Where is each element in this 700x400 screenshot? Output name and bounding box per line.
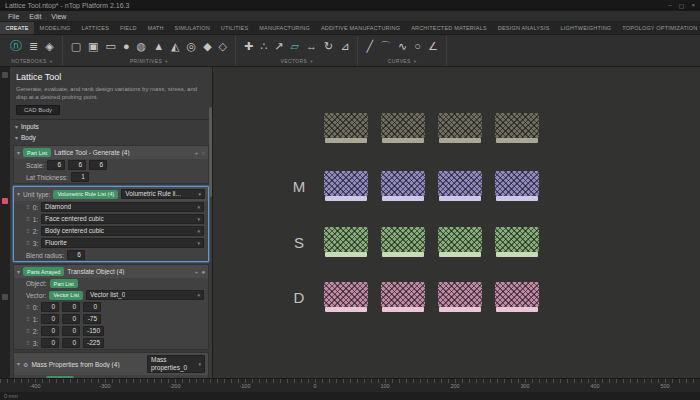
lattice-part[interactable] [495,113,539,143]
unit-type-name-dropdown[interactable]: Volumetric Rule li... ▾ [121,189,205,199]
block-parts-arrayed-header[interactable]: ▾ Parts Arrayed Translate Object (4) + ● [14,265,208,278]
diamond-solid-icon[interactable]: ◆ [203,41,211,52]
menu-edit[interactable]: Edit [24,13,46,20]
vector-list-chip[interactable]: Vector List [49,291,83,300]
lattice-part[interactable] [324,113,368,143]
notebooks-group-label[interactable]: NOTEBOOKS ▾ [10,58,54,65]
lattice-part[interactable] [438,113,482,143]
slab-icon[interactable]: ▭ [106,41,116,52]
tab-utilities[interactable]: UTILITIES [215,22,253,34]
vector-y-input[interactable]: 0 [62,314,80,324]
lattice-part[interactable] [495,171,539,201]
rounded-box-icon[interactable]: ▣ [88,41,98,52]
collapse-caret-icon[interactable]: ▾ [17,191,20,197]
tab-architected-materials[interactable]: ARCHITECTED MATERIALS [406,22,493,34]
volumetric-rule-list-chip[interactable]: Volumetric Rule List (4) [53,190,118,199]
vector-y-input[interactable]: 0 [62,326,80,336]
vector-z-input[interactable]: -225 [83,338,104,348]
menu-file[interactable]: File [3,13,24,20]
scale-icon[interactable]: ↔ [306,41,317,52]
tab-simulation[interactable]: SIMULATION [169,22,215,34]
lattice-part[interactable] [324,227,368,257]
collapse-caret-icon[interactable]: ▾ [17,361,20,367]
drag-handle-icon[interactable]: ⠿ [26,229,30,234]
notebooks-list-icon[interactable]: ≣ [29,41,38,52]
lattice-part[interactable] [381,113,425,143]
lattice-part[interactable] [324,171,368,201]
sphere-icon[interactable]: ● [123,41,130,52]
strip-alert-icon[interactable] [2,198,8,204]
tab-topology-optimization[interactable]: TOPOLOGY OPTIMIZATION [617,22,700,34]
maximize-button[interactable]: ▢ [679,2,685,9]
tab-lattices[interactable]: LATTICES [76,22,114,34]
move-icon[interactable]: ✚ [244,41,253,52]
axis-triad-icon[interactable]: ⊿ [340,41,349,52]
drag-handle-icon[interactable]: ⠿ [26,305,30,310]
drag-handle-icon[interactable]: ⠿ [26,329,30,334]
visibility-toggle-icon[interactable]: ● [201,269,205,275]
tab-design-analysis[interactable]: DESIGN ANALYSIS [492,22,555,34]
lattice-part[interactable] [381,282,425,312]
drag-handle-icon[interactable]: ⠿ [26,205,30,210]
close-button[interactable]: × [691,2,695,9]
circle-icon[interactable]: ○ [414,41,421,52]
lattice-part[interactable] [438,171,482,201]
lattice-part[interactable] [495,227,539,257]
lattice-part[interactable] [324,282,368,312]
viewport-3d[interactable]: M S D [213,67,700,378]
vector-z-input[interactable]: 0 [83,302,101,312]
block-part-list-header[interactable]: ▾ Part List Lattice Tool - Generate (4) … [14,146,208,159]
tab-create[interactable]: CREATE [0,22,34,34]
vector-z-input[interactable]: -75 [83,314,101,324]
polyline-icon[interactable]: ∠ [428,41,438,52]
spline-icon[interactable]: ∿ [398,41,407,52]
blend-radius-input[interactable]: 6 [67,250,85,260]
minimize-button[interactable]: – [668,2,671,9]
menu-view[interactable]: View [46,13,71,20]
block-mass-properties-header[interactable]: ▾ ⚙ Mass Properties from Body (4) Mass p… [14,353,208,375]
drag-handle-icon[interactable]: ⠿ [26,217,30,222]
vector-name-dropdown[interactable]: Vector list_0 ▾ [86,290,204,300]
arc-icon[interactable]: ⌒ [380,41,391,52]
scale-z-input[interactable]: 6 [89,160,107,170]
add-icon[interactable]: + [195,150,199,156]
panel-scrollbar[interactable] [209,107,212,197]
lattice-part[interactable] [495,282,539,312]
curves-group-label[interactable]: CURVES ▾ [366,58,437,65]
block-unit-type-header[interactable]: ▾ Unit type: Volumetric Rule List (4) Vo… [14,187,208,201]
tab-lightweighting[interactable]: LIGHTWEIGHTING [555,22,617,34]
thickness-input[interactable]: 1 [71,172,89,182]
vector-z-input[interactable]: -150 [83,326,104,336]
tab-additive-manufacturing[interactable]: ADDITIVE MANUFACTURING [315,22,405,34]
scale-x-input[interactable]: 6 [47,160,65,170]
tab-math[interactable]: MATH [142,22,169,34]
cone-icon[interactable]: ▲ [153,41,164,52]
ntop-logo-icon[interactable]: ⓝ [10,40,22,52]
lattice-part[interactable] [381,171,425,201]
unit-type-select-1[interactable]: Face centered cubic ▾ [41,214,204,224]
vector-arrow-icon[interactable]: ↗ [274,41,283,52]
parts-arrayed-chip[interactable]: Parts Arrayed [23,267,64,276]
scale-y-input[interactable]: 6 [68,160,86,170]
vector-x-input[interactable]: 0 [41,338,59,348]
drag-handle-icon[interactable]: ⠿ [26,341,30,346]
vector-x-input[interactable]: 0 [41,326,59,336]
section-body[interactable]: ▾ Body [10,132,212,143]
add-icon[interactable]: + [195,269,199,275]
vectors-group-label[interactable]: VECTORS ▾ [244,58,349,65]
unit-type-select-3[interactable]: Fluorite ▾ [41,238,204,248]
lattice-part[interactable] [438,227,482,257]
object-part-list-chip[interactable]: Part List [50,279,78,288]
collapse-caret-icon[interactable]: ▾ [17,269,20,275]
mass-properties-name-dropdown[interactable]: Mass properties_0 ▾ [147,355,205,373]
tab-field[interactable]: FIELD [115,22,143,34]
polyhedron-icon[interactable]: ◇ [219,41,227,52]
strip-layers-icon[interactable] [2,294,8,300]
lattice-part[interactable] [381,227,425,257]
box-icon[interactable]: ▢ [71,41,81,52]
tab-modeling[interactable]: MODELING [34,22,76,34]
pyramid-icon[interactable]: ◭ [171,41,179,52]
collapse-caret-icon[interactable]: ▾ [17,150,20,156]
vector-x-input[interactable]: 0 [41,302,59,312]
drag-handle-icon[interactable]: ⠿ [26,317,30,322]
